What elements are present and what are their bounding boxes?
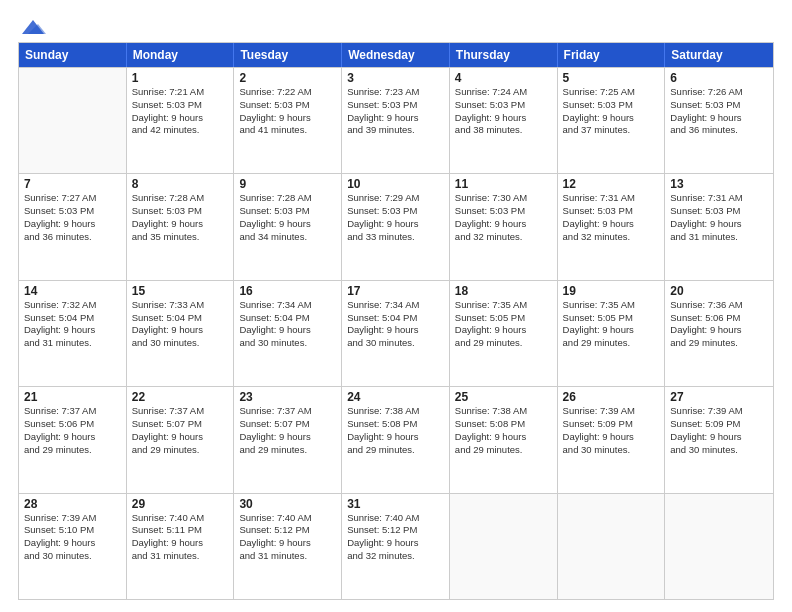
table-row: 10Sunrise: 7:29 AM Sunset: 5:03 PM Dayli…: [342, 174, 450, 279]
table-row: 24Sunrise: 7:38 AM Sunset: 5:08 PM Dayli…: [342, 387, 450, 492]
calendar-row: 14Sunrise: 7:32 AM Sunset: 5:04 PM Dayli…: [19, 280, 773, 386]
day-number: 16: [239, 284, 336, 298]
day-number: 9: [239, 177, 336, 191]
table-row: 19Sunrise: 7:35 AM Sunset: 5:05 PM Dayli…: [558, 281, 666, 386]
table-row: 31Sunrise: 7:40 AM Sunset: 5:12 PM Dayli…: [342, 494, 450, 599]
calendar-row: 21Sunrise: 7:37 AM Sunset: 5:06 PM Dayli…: [19, 386, 773, 492]
day-number: 4: [455, 71, 552, 85]
table-row: 17Sunrise: 7:34 AM Sunset: 5:04 PM Dayli…: [342, 281, 450, 386]
day-details: Sunrise: 7:35 AM Sunset: 5:05 PM Dayligh…: [563, 299, 660, 350]
table-row: [558, 494, 666, 599]
calendar-row: 1Sunrise: 7:21 AM Sunset: 5:03 PM Daylig…: [19, 67, 773, 173]
day-number: 10: [347, 177, 444, 191]
table-row: 8Sunrise: 7:28 AM Sunset: 5:03 PM Daylig…: [127, 174, 235, 279]
day-details: Sunrise: 7:37 AM Sunset: 5:07 PM Dayligh…: [239, 405, 336, 456]
day-number: 28: [24, 497, 121, 511]
day-details: Sunrise: 7:27 AM Sunset: 5:03 PM Dayligh…: [24, 192, 121, 243]
day-details: Sunrise: 7:21 AM Sunset: 5:03 PM Dayligh…: [132, 86, 229, 137]
day-details: Sunrise: 7:33 AM Sunset: 5:04 PM Dayligh…: [132, 299, 229, 350]
day-details: Sunrise: 7:28 AM Sunset: 5:03 PM Dayligh…: [132, 192, 229, 243]
table-row: 27Sunrise: 7:39 AM Sunset: 5:09 PM Dayli…: [665, 387, 773, 492]
day-number: 31: [347, 497, 444, 511]
day-number: 26: [563, 390, 660, 404]
day-details: Sunrise: 7:36 AM Sunset: 5:06 PM Dayligh…: [670, 299, 768, 350]
table-row: 21Sunrise: 7:37 AM Sunset: 5:06 PM Dayli…: [19, 387, 127, 492]
day-details: Sunrise: 7:28 AM Sunset: 5:03 PM Dayligh…: [239, 192, 336, 243]
calendar-row: 28Sunrise: 7:39 AM Sunset: 5:10 PM Dayli…: [19, 493, 773, 599]
table-row: 9Sunrise: 7:28 AM Sunset: 5:03 PM Daylig…: [234, 174, 342, 279]
day-details: Sunrise: 7:26 AM Sunset: 5:03 PM Dayligh…: [670, 86, 768, 137]
table-row: [450, 494, 558, 599]
day-number: 22: [132, 390, 229, 404]
calendar: SundayMondayTuesdayWednesdayThursdayFrid…: [18, 42, 774, 600]
day-number: 19: [563, 284, 660, 298]
day-number: 14: [24, 284, 121, 298]
day-number: 17: [347, 284, 444, 298]
day-number: 21: [24, 390, 121, 404]
day-number: 8: [132, 177, 229, 191]
table-row: 12Sunrise: 7:31 AM Sunset: 5:03 PM Dayli…: [558, 174, 666, 279]
table-row: 11Sunrise: 7:30 AM Sunset: 5:03 PM Dayli…: [450, 174, 558, 279]
day-number: 1: [132, 71, 229, 85]
day-details: Sunrise: 7:39 AM Sunset: 5:09 PM Dayligh…: [670, 405, 768, 456]
weekday-header-tuesday: Tuesday: [234, 43, 342, 67]
weekday-header-friday: Friday: [558, 43, 666, 67]
table-row: 29Sunrise: 7:40 AM Sunset: 5:11 PM Dayli…: [127, 494, 235, 599]
calendar-row: 7Sunrise: 7:27 AM Sunset: 5:03 PM Daylig…: [19, 173, 773, 279]
day-details: Sunrise: 7:32 AM Sunset: 5:04 PM Dayligh…: [24, 299, 121, 350]
table-row: 5Sunrise: 7:25 AM Sunset: 5:03 PM Daylig…: [558, 68, 666, 173]
table-row: 23Sunrise: 7:37 AM Sunset: 5:07 PM Dayli…: [234, 387, 342, 492]
weekday-header-sunday: Sunday: [19, 43, 127, 67]
day-number: 24: [347, 390, 444, 404]
table-row: [665, 494, 773, 599]
day-number: 7: [24, 177, 121, 191]
weekday-header-thursday: Thursday: [450, 43, 558, 67]
calendar-header: SundayMondayTuesdayWednesdayThursdayFrid…: [19, 43, 773, 67]
table-row: 26Sunrise: 7:39 AM Sunset: 5:09 PM Dayli…: [558, 387, 666, 492]
header: [18, 18, 774, 32]
day-number: 15: [132, 284, 229, 298]
day-details: Sunrise: 7:34 AM Sunset: 5:04 PM Dayligh…: [347, 299, 444, 350]
day-details: Sunrise: 7:37 AM Sunset: 5:06 PM Dayligh…: [24, 405, 121, 456]
day-number: 6: [670, 71, 768, 85]
table-row: 15Sunrise: 7:33 AM Sunset: 5:04 PM Dayli…: [127, 281, 235, 386]
weekday-header-wednesday: Wednesday: [342, 43, 450, 67]
day-details: Sunrise: 7:37 AM Sunset: 5:07 PM Dayligh…: [132, 405, 229, 456]
table-row: 22Sunrise: 7:37 AM Sunset: 5:07 PM Dayli…: [127, 387, 235, 492]
table-row: [19, 68, 127, 173]
day-number: 20: [670, 284, 768, 298]
table-row: 20Sunrise: 7:36 AM Sunset: 5:06 PM Dayli…: [665, 281, 773, 386]
day-details: Sunrise: 7:40 AM Sunset: 5:12 PM Dayligh…: [239, 512, 336, 563]
day-details: Sunrise: 7:40 AM Sunset: 5:12 PM Dayligh…: [347, 512, 444, 563]
table-row: 3Sunrise: 7:23 AM Sunset: 5:03 PM Daylig…: [342, 68, 450, 173]
table-row: 30Sunrise: 7:40 AM Sunset: 5:12 PM Dayli…: [234, 494, 342, 599]
day-number: 2: [239, 71, 336, 85]
weekday-header-saturday: Saturday: [665, 43, 773, 67]
day-details: Sunrise: 7:35 AM Sunset: 5:05 PM Dayligh…: [455, 299, 552, 350]
day-number: 18: [455, 284, 552, 298]
logo-icon: [20, 18, 46, 36]
day-number: 13: [670, 177, 768, 191]
table-row: 2Sunrise: 7:22 AM Sunset: 5:03 PM Daylig…: [234, 68, 342, 173]
day-number: 5: [563, 71, 660, 85]
day-details: Sunrise: 7:22 AM Sunset: 5:03 PM Dayligh…: [239, 86, 336, 137]
table-row: 6Sunrise: 7:26 AM Sunset: 5:03 PM Daylig…: [665, 68, 773, 173]
table-row: 4Sunrise: 7:24 AM Sunset: 5:03 PM Daylig…: [450, 68, 558, 173]
day-details: Sunrise: 7:24 AM Sunset: 5:03 PM Dayligh…: [455, 86, 552, 137]
day-number: 30: [239, 497, 336, 511]
table-row: 16Sunrise: 7:34 AM Sunset: 5:04 PM Dayli…: [234, 281, 342, 386]
day-details: Sunrise: 7:38 AM Sunset: 5:08 PM Dayligh…: [347, 405, 444, 456]
page: SundayMondayTuesdayWednesdayThursdayFrid…: [0, 0, 792, 612]
calendar-body: 1Sunrise: 7:21 AM Sunset: 5:03 PM Daylig…: [19, 67, 773, 599]
day-details: Sunrise: 7:40 AM Sunset: 5:11 PM Dayligh…: [132, 512, 229, 563]
table-row: 1Sunrise: 7:21 AM Sunset: 5:03 PM Daylig…: [127, 68, 235, 173]
day-number: 3: [347, 71, 444, 85]
day-number: 12: [563, 177, 660, 191]
day-number: 27: [670, 390, 768, 404]
day-number: 11: [455, 177, 552, 191]
day-details: Sunrise: 7:23 AM Sunset: 5:03 PM Dayligh…: [347, 86, 444, 137]
day-number: 23: [239, 390, 336, 404]
day-details: Sunrise: 7:39 AM Sunset: 5:09 PM Dayligh…: [563, 405, 660, 456]
table-row: 18Sunrise: 7:35 AM Sunset: 5:05 PM Dayli…: [450, 281, 558, 386]
table-row: 7Sunrise: 7:27 AM Sunset: 5:03 PM Daylig…: [19, 174, 127, 279]
